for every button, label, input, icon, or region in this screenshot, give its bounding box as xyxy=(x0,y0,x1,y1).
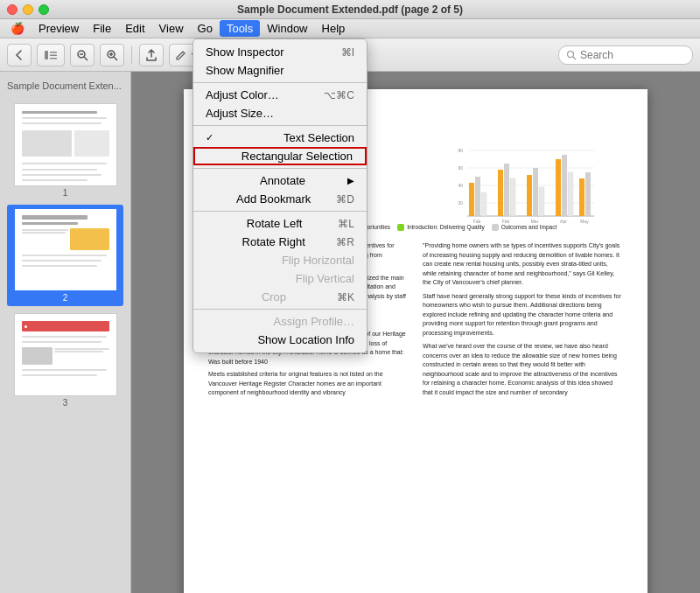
zoom-out-button[interactable] xyxy=(70,44,94,66)
thumbnail-page-3[interactable]: 3 xyxy=(7,310,123,411)
close-button[interactable] xyxy=(7,4,18,15)
menu-add-bookmark[interactable]: Add Bookmark ⌘D xyxy=(193,190,367,208)
svg-text:Fab: Fab xyxy=(473,219,481,224)
rectangular-selection-label: Rectangular Selection xyxy=(242,150,353,163)
back-button[interactable] xyxy=(7,44,32,66)
menu-text-selection[interactable]: ✓ Text Selection xyxy=(193,129,367,147)
col2-para-2: Staff have heard generally strong suppor… xyxy=(423,292,623,338)
menu-tools[interactable]: Tools xyxy=(220,20,260,37)
rotate-right-shortcut: ⌘R xyxy=(336,236,354,248)
col2-para-1: "Providing home owners with se types of … xyxy=(423,241,623,288)
title-bar: Sample Document Extended.pdf (page 2 of … xyxy=(0,0,700,19)
svg-rect-34 xyxy=(579,178,584,216)
zoom-in-button[interactable] xyxy=(100,44,124,66)
svg-rect-29 xyxy=(533,168,538,216)
svg-rect-1 xyxy=(50,52,57,53)
menu-annotate[interactable]: Annotate ▶ xyxy=(193,171,367,190)
menu-rotate-left[interactable]: Rotate Left ⌘L xyxy=(193,214,367,233)
menu-rotate-right[interactable]: Rotate Right ⌘R xyxy=(193,233,367,251)
share-icon xyxy=(145,49,158,61)
thumb-img-2 xyxy=(14,208,117,291)
sidebar-toggle[interactable] xyxy=(37,44,65,66)
annotate-label: Annotate xyxy=(260,174,305,187)
show-magnifier-label: Show Magnifier xyxy=(206,64,284,77)
svg-rect-27 xyxy=(510,178,515,216)
svg-rect-0 xyxy=(45,51,48,59)
svg-text:20: 20 xyxy=(458,200,463,206)
svg-rect-25 xyxy=(498,170,503,216)
markup-icon xyxy=(175,49,187,61)
svg-rect-24 xyxy=(481,192,486,216)
toolbar-sep xyxy=(131,46,132,64)
svg-point-11 xyxy=(568,51,574,57)
svg-line-6 xyxy=(84,57,88,60)
thumb-img-1 xyxy=(14,103,117,186)
menu-help[interactable]: Help xyxy=(315,20,353,37)
menu-crop[interactable]: Crop ⌘K xyxy=(193,288,367,306)
menu-show-inspector[interactable]: Show Inspector ⌘I xyxy=(193,43,367,61)
menu-file[interactable]: File xyxy=(86,20,118,37)
adjust-color-label: Adjust Color… xyxy=(206,88,279,101)
menu-flip-horizontal[interactable]: Flip Horizontal xyxy=(193,251,367,269)
thumbnail-page-1[interactable]: 1 xyxy=(7,100,123,201)
tools-dropdown-menu: Show Inspector ⌘I Show Magnifier Adjust … xyxy=(192,38,368,353)
svg-line-12 xyxy=(573,57,576,59)
menu-go[interactable]: Go xyxy=(191,20,220,37)
svg-rect-23 xyxy=(475,177,480,216)
svg-rect-35 xyxy=(585,172,591,216)
sep-3 xyxy=(193,168,367,169)
zoom-out-icon xyxy=(76,49,88,61)
svg-rect-26 xyxy=(504,164,509,216)
svg-rect-32 xyxy=(562,155,567,216)
adjust-size-label: Adjust Size… xyxy=(206,107,274,120)
svg-line-10 xyxy=(114,57,117,60)
sidebar-icon xyxy=(45,51,57,59)
sep-1 xyxy=(193,82,367,83)
menu-rectangular-selection[interactable]: Rectangular Selection xyxy=(193,147,367,165)
crop-shortcut: ⌘K xyxy=(337,291,354,303)
svg-text:Apr: Apr xyxy=(560,219,567,224)
search-box[interactable] xyxy=(558,45,693,65)
thumb-num-1: 1 xyxy=(10,188,120,198)
search-input[interactable] xyxy=(580,49,685,61)
thumbnail-page-2[interactable]: 2 xyxy=(7,205,123,306)
menu-show-magnifier[interactable]: Show Magnifier xyxy=(193,61,367,80)
menu-preview[interactable]: Preview xyxy=(32,20,86,37)
flip-vertical-label: Flip Vertical xyxy=(296,272,354,285)
assign-profile-label: Assign Profile… xyxy=(274,315,354,328)
menu-flip-vertical[interactable]: Flip Vertical xyxy=(193,269,367,288)
menu-bar: 🍎 Preview File Edit View Go Tools Window… xyxy=(0,19,700,38)
menu-view[interactable]: View xyxy=(152,20,191,37)
flip-horizontal-label: Flip Horizontal xyxy=(282,254,354,267)
thumb-num-2: 2 xyxy=(10,293,120,303)
bar-chart: 80 60 40 20 xyxy=(450,142,598,229)
sidebar-header: Sample Document Exten... xyxy=(0,79,130,96)
menu-window[interactable]: Window xyxy=(260,20,314,37)
menu-edit[interactable]: Edit xyxy=(118,20,151,37)
svg-text:May: May xyxy=(580,219,589,224)
menu-assign-profile[interactable]: Assign Profile… xyxy=(193,312,367,331)
svg-rect-28 xyxy=(527,175,532,216)
maximize-button[interactable] xyxy=(38,4,49,15)
annotate-arrow: ▶ xyxy=(347,176,354,185)
sep-4 xyxy=(193,211,367,212)
menu-apple[interactable]: 🍎 xyxy=(4,20,32,37)
share-button[interactable] xyxy=(139,44,164,66)
menu-adjust-size[interactable]: Adjust Size… xyxy=(193,104,367,122)
cat-dot-3 xyxy=(397,224,404,231)
sidebar: Sample Document Exten... 1 xyxy=(0,72,131,593)
sep-5 xyxy=(193,309,367,310)
menu-adjust-color[interactable]: Adjust Color… ⌥⌘C xyxy=(193,86,367,104)
text-selection-check: ✓ xyxy=(206,132,218,143)
show-location-label: Show Location Info xyxy=(257,333,354,346)
add-bookmark-label: Add Bookmark xyxy=(236,192,311,206)
svg-text:60: 60 xyxy=(458,165,463,171)
add-bookmark-shortcut: ⌘D xyxy=(336,193,354,206)
show-inspector-label: Show Inspector xyxy=(206,45,284,59)
menu-show-location[interactable]: Show Location Info xyxy=(193,331,367,349)
col2-para-3: What we've heard over the course of the … xyxy=(423,342,623,397)
svg-rect-3 xyxy=(50,58,57,59)
search-icon xyxy=(566,50,577,60)
minimize-button[interactable] xyxy=(23,4,33,15)
doc-col-right: "Providing home owners with se types of … xyxy=(423,241,623,398)
